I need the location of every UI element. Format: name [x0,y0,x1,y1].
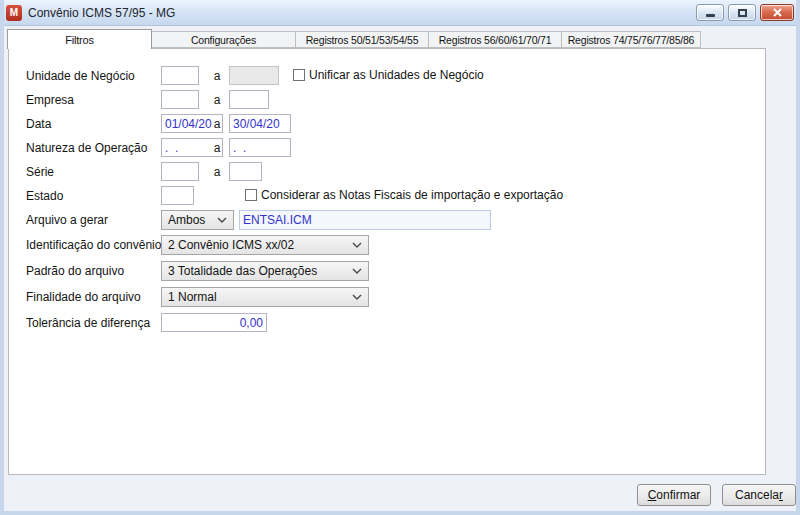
data-to-input[interactable] [229,114,291,133]
field-identificacao-convenio: Identificação do convênio 2 Convênio ICM… [9,235,765,256]
unificar-checkbox-row: Unificar as Unidades de Negócio [293,68,484,82]
range-separator: a [209,141,225,155]
window-title: Convênio ICMS 57/95 - MG [28,6,175,20]
cancel-pre: Cancela [735,488,779,502]
unificar-checkbox[interactable] [293,69,305,81]
field-finalidade-arquivo: Finalidade do arquivo 1 Normal [9,287,765,308]
dialog-window: M Convênio ICMS 57/95 - MG Filtros Confi… [0,0,800,515]
range-separator: a [209,165,225,179]
tab-bar: Filtros Configurações Registros 50/51/53… [8,29,701,48]
finalidade-label: Finalidade do arquivo [26,290,141,304]
confirm-rest: onfirmar [656,488,700,502]
field-tolerancia: Tolerância de diferença [9,313,765,334]
confirm-button[interactable]: Confirmar [637,484,711,506]
finalidade-select[interactable]: 1 Normal [161,287,369,307]
tolerancia-input[interactable] [161,313,267,332]
field-arquivo-gerar: Arquivo a gerar Ambos [9,210,765,231]
unidade-negocio-label: Unidade de Negócio [26,69,135,83]
empresa-from-input[interactable] [161,90,199,109]
arquivo-gerar-selected-value: Ambos [168,213,205,227]
estado-input[interactable] [161,186,194,205]
empresa-label: Empresa [26,93,74,107]
finalidade-selected-value: 1 Normal [168,290,217,304]
arquivo-gerar-select[interactable]: Ambos [161,210,234,230]
minimize-button[interactable] [696,4,724,21]
empresa-to-input[interactable] [229,90,269,109]
considerar-checkbox-row: Considerar as Notas Fiscais de importaçã… [245,188,563,202]
field-empresa: Empresa a [9,90,765,111]
unificar-checkbox-label: Unificar as Unidades de Negócio [309,68,484,82]
field-estado: Estado Considerar as Notas Fiscais de im… [9,186,765,207]
arquivo-gerar-label: Arquivo a gerar [26,213,108,227]
tab-configuracoes[interactable]: Configurações [151,31,296,48]
cancel-mnemonic: r [779,488,783,502]
app-icon: M [6,5,22,21]
tab-filtros[interactable]: Filtros [7,29,152,49]
padrao-select[interactable]: 3 Totalidade das Operações [161,261,369,281]
close-icon [773,8,782,17]
chevron-down-icon [352,294,362,300]
identificacao-label: Identificação do convênio [26,238,161,252]
maximize-button[interactable] [728,4,756,21]
estado-label: Estado [26,189,63,203]
tolerancia-label: Tolerância de diferença [26,316,150,330]
tab-registros-74[interactable]: Registros 74/75/76/77/85/86 [561,31,701,48]
field-serie: Série a [9,162,765,183]
serie-label: Série [26,165,54,179]
identificacao-select[interactable]: 2 Convênio ICMS xx/02 [161,235,369,255]
natureza-to-input[interactable] [229,138,291,157]
field-data: Data a [9,114,765,135]
field-unidade-negocio: Unidade de Negócio a Unificar as Unidade… [9,66,765,87]
chevron-down-icon [217,217,227,223]
natureza-label: Natureza de Operação [26,141,147,155]
field-padrao-arquivo: Padrão do arquivo 3 Totalidade das Opera… [9,261,765,282]
chevron-down-icon [352,242,362,248]
arquivo-nome-input[interactable] [239,210,491,230]
unidade-negocio-from-input[interactable] [161,66,199,85]
serie-to-input[interactable] [229,162,262,181]
window-controls [696,4,794,21]
identificacao-selected-value: 2 Convênio ICMS xx/02 [168,238,294,252]
app-icon-letter: M [10,8,18,18]
tab-registros-56[interactable]: Registros 56/60/61/70/71 [428,31,562,48]
tab-page-filtros: Unidade de Negócio a Unificar as Unidade… [8,48,766,475]
titlebar[interactable]: M Convênio ICMS 57/95 - MG [0,0,800,26]
tab-registros-50[interactable]: Registros 50/51/53/54/55 [295,31,429,48]
serie-from-input[interactable] [161,162,199,181]
considerar-checkbox-label: Considerar as Notas Fiscais de importaçã… [261,188,563,202]
range-separator: a [209,117,225,131]
field-natureza-operacao: Natureza de Operação a [9,138,765,159]
maximize-icon [738,9,747,17]
chevron-down-icon [352,268,362,274]
padrao-selected-value: 3 Totalidade das Operações [168,264,317,278]
confirm-mnemonic: C [648,488,657,502]
range-separator: a [209,93,225,107]
cancel-button[interactable]: Cancelar [722,484,796,506]
considerar-checkbox[interactable] [245,189,257,201]
data-label: Data [26,117,51,131]
padrao-label: Padrão do arquivo [26,264,124,278]
range-separator: a [209,69,225,83]
minimize-icon [706,14,715,17]
unidade-negocio-to-input [229,66,279,85]
close-button[interactable] [760,4,794,21]
